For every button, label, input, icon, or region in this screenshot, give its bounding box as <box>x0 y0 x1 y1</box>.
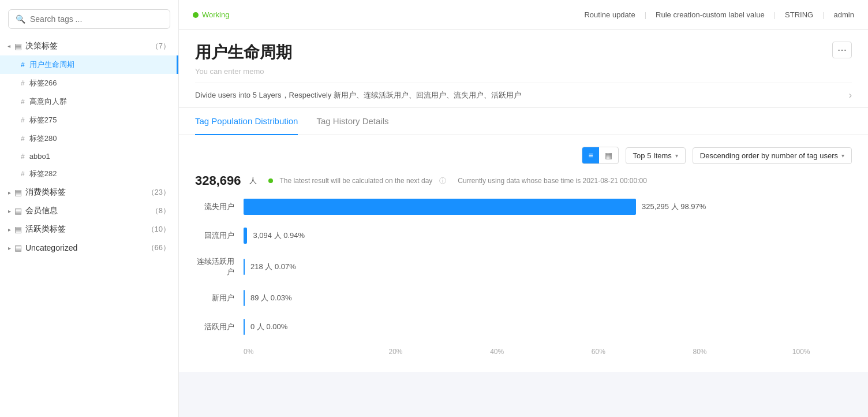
status-label: Working <box>202 10 229 19</box>
group-name-uncategorized: Uncategorized <box>25 243 147 252</box>
x-tick: 0% <box>244 348 345 356</box>
string-label[interactable]: STRING <box>785 10 813 19</box>
bar-label: 流失用户 <box>195 202 234 212</box>
search-input[interactable] <box>30 14 163 24</box>
bar-container: 325,295 人 98.97% <box>244 199 852 215</box>
sidebar-item-label-tag282: 标签282 <box>29 169 57 179</box>
group-count-member: （8） <box>151 206 170 216</box>
sidebar-item-tag282[interactable]: # 标签282 <box>0 165 178 183</box>
topbar-right: Routine update | Rule creation-custom la… <box>584 10 854 19</box>
tag-icon: # <box>21 79 25 87</box>
sidebar-group-consumer[interactable]: ▸ ▤ 消费类标签 （23） <box>0 183 178 202</box>
sidebar-group-active[interactable]: ▸ ▤ 活跃类标签 （10） <box>0 220 178 239</box>
search-box[interactable]: 🔍 <box>8 9 170 29</box>
x-tick: 80% <box>649 348 751 356</box>
sidebar-item-label-tag280: 标签280 <box>29 133 57 144</box>
sidebar-item-abbo1[interactable]: # abbo1 <box>0 148 178 165</box>
routine-update-link[interactable]: Routine update <box>584 10 635 19</box>
tag-icon: # <box>21 135 25 143</box>
bar-fill <box>244 259 245 275</box>
admin-label[interactable]: admin <box>834 10 854 19</box>
column-chart-btn[interactable]: ▦ <box>599 147 618 163</box>
bar-row: 回流用户 3,094 人 0.94% <box>195 228 852 244</box>
folder-icon: ▤ <box>14 42 22 51</box>
bar-container: 3,094 人 0.94% <box>244 228 852 244</box>
tab-distribution[interactable]: Tag Population Distribution <box>195 108 298 135</box>
total-unit: 人 <box>249 176 257 186</box>
view-toggle: ≡ ▦ <box>582 147 618 164</box>
bar-fill <box>244 199 636 215</box>
tag-icon: # <box>21 98 25 106</box>
stats-note: The latest result will be calculated on … <box>280 177 433 185</box>
dropdown-arrow-icon: ▾ <box>675 152 678 159</box>
tag-header: 用户生命周期 You can enter memo ⋯ Divide users… <box>179 30 868 108</box>
x-tick: 60% <box>548 348 649 356</box>
group-count-active: （10） <box>147 224 170 234</box>
bar-label: 活跃用户 <box>195 322 234 332</box>
sidebar-item-label-tag266: 标签266 <box>29 78 57 88</box>
bar-row: 活跃用户 0 人 0.00% <box>195 319 852 335</box>
status-badge: Working <box>193 10 229 19</box>
bar-row: 流失用户 325,295 人 98.97% <box>195 199 852 215</box>
tab-history[interactable]: Tag History Details <box>316 108 388 135</box>
tag-memo[interactable]: You can enter memo <box>195 67 292 76</box>
sidebar-item-high-intent[interactable]: # 高意向人群 <box>0 92 178 111</box>
tag-icon: # <box>21 152 25 161</box>
top-items-dropdown[interactable]: Top 5 Items ▾ <box>626 147 686 164</box>
sidebar: 🔍 ▾ ▤ 决策标签 （7） # 用户生命周期 # 标签266 # 高意向人群 … <box>0 0 179 417</box>
group-count-decision: （7） <box>151 41 170 51</box>
rule-creation-link[interactable]: Rule creation-custom label value <box>656 10 765 19</box>
bar-fill <box>244 228 247 244</box>
folder-icon: ▤ <box>14 243 22 252</box>
x-tick: 20% <box>345 348 447 356</box>
sidebar-item-label-user-lifecycle: 用户生命周期 <box>29 59 74 70</box>
bar-fill <box>244 290 245 306</box>
sidebar-item-tag266[interactable]: # 标签266 <box>0 74 178 92</box>
sidebar-item-tag275[interactable]: # 标签275 <box>0 111 178 129</box>
topbar: Working Routine update | Rule creation-c… <box>179 0 868 30</box>
folder-icon: ▤ <box>14 188 22 197</box>
info-icon[interactable]: ⓘ <box>439 176 446 186</box>
chevron-icon: ▾ <box>6 45 13 48</box>
sidebar-group-decision[interactable]: ▾ ▤ 决策标签 （7） <box>0 37 178 55</box>
bar-value: 3,094 人 0.94% <box>253 230 305 241</box>
sidebar-item-label-high-intent: 高意向人群 <box>29 96 67 107</box>
group-name-active: 活跃类标签 <box>25 224 147 234</box>
stats-dot <box>268 178 273 183</box>
bar-container: 0 人 0.00% <box>244 319 852 335</box>
sort-label: Descending order by number of tag users <box>700 151 838 160</box>
x-tick: 100% <box>750 348 852 356</box>
tag-icon: # <box>21 116 25 124</box>
sidebar-group-uncategorized[interactable]: ▸ ▤ Uncategorized （66） <box>0 239 178 257</box>
content-area: 用户生命周期 You can enter memo ⋯ Divide users… <box>179 30 868 417</box>
bar-container: 218 人 0.07% <box>244 259 852 275</box>
group-count-uncategorized: （66） <box>147 243 170 253</box>
sidebar-group-member[interactable]: ▸ ▤ 会员信息 （8） <box>0 202 178 220</box>
sidebar-item-label-tag275: 标签275 <box>29 115 57 125</box>
bar-value: 89 人 0.03% <box>250 293 292 303</box>
base-time: Currently using data whose base time is … <box>458 177 647 185</box>
sidebar-item-tag280[interactable]: # 标签280 <box>0 129 178 148</box>
sort-arrow-icon: ▾ <box>841 152 844 159</box>
more-button[interactable]: ⋯ <box>832 42 852 58</box>
bar-value: 325,295 人 98.97% <box>642 202 706 212</box>
bar-chart-btn[interactable]: ≡ <box>582 147 598 163</box>
bar-fill <box>244 319 245 335</box>
page-title: 用户生命周期 <box>195 42 292 64</box>
chevron-icon: ▸ <box>8 208 11 214</box>
sidebar-item-user-lifecycle[interactable]: # 用户生命周期 <box>0 55 178 74</box>
tag-rule-row: Divide users into 5 Layers，Respectively … <box>195 83 852 107</box>
bar-label: 回流用户 <box>195 230 234 241</box>
chevron-icon: ▸ <box>8 189 11 196</box>
sort-order-dropdown[interactable]: Descending order by number of tag users … <box>693 147 852 164</box>
tree-section: ▾ ▤ 决策标签 （7） # 用户生命周期 # 标签266 # 高意向人群 # … <box>0 35 178 259</box>
topbar-left: Working <box>193 10 229 19</box>
tag-icon: # <box>21 61 25 69</box>
stats-row: 328,696 人 The latest result will be calc… <box>195 173 852 188</box>
rule-arrow-icon[interactable]: › <box>849 90 852 100</box>
bar-row: 连续活跃用户 218 人 0.07% <box>195 256 852 277</box>
chevron-icon: ▸ <box>8 226 11 233</box>
rule-text: Divide users into 5 Layers，Respectively … <box>195 90 849 100</box>
search-icon: 🔍 <box>16 14 25 24</box>
folder-icon: ▤ <box>14 225 22 234</box>
